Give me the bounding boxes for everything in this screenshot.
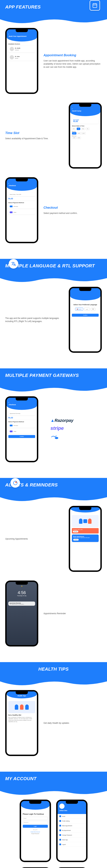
lang-option[interactable]: 🇬🇧 English <box>75 308 83 311</box>
translate-icon <box>9 259 18 269</box>
feature-desc: Select payment method and confirm. <box>44 212 102 215</box>
sidebar-item-share[interactable]: Share App <box>58 837 86 842</box>
phone-mockup: Select Your Preferred Language 🇬🇧 Englis… <box>69 287 102 353</box>
visit-button[interactable]: visit now <box>73 531 78 532</box>
svg-point-5 <box>14 481 17 485</box>
section-header-payment: MULTIPLE PAYMENT GATEWAYS <box>0 368 107 382</box>
calendar-icon <box>89 0 100 10</box>
razorpay-logo: ▲Razorpay <box>50 418 74 423</box>
alert-banner: Available 24hrs+24hr visit now <box>72 528 99 533</box>
forgot-link[interactable]: Forgot Password <box>23 833 48 834</box>
email-field[interactable]: Email <box>23 817 48 820</box>
feature-row-health: Health Tips Eat a healthy diet Eat a com… <box>5 690 102 756</box>
section-header-account: MY ACCOUNT <box>0 772 107 786</box>
notification-item[interactable]: Appointment Reminder Your appointment is… <box>8 601 35 606</box>
svg-rect-0 <box>93 4 97 8</box>
sidebar-item-my[interactable]: My Appointment <box>58 828 86 833</box>
lang-option[interactable]: عربي <box>84 308 90 311</box>
sidebar-item-logout[interactable]: Logout <box>58 842 86 847</box>
phone-mockup: ‹Checkout David Carey • Tue 10:00 Rs.60 … <box>5 177 38 243</box>
sidebar-item-make[interactable]: Make Appointment <box>58 824 86 828</box>
feature-row-timeslot: ‹David Carey Specialist Rs.60 Select Dat… <box>5 102 102 168</box>
sidebar-item-profile[interactable]: Profile Setting <box>58 819 86 824</box>
feature-title: Time Slot <box>5 131 63 135</box>
phone-mockup: ‹David Carey Specialist Rs.60 Select Dat… <box>69 102 102 168</box>
phone-mockup: ‹Checkout Appointment Summary Rs.60 Sele… <box>5 396 38 462</box>
doctor-item[interactable]: Dr. JaneDentist <box>8 54 35 61</box>
feature-row-upcoming: Available 24hrs+24hr visit now Book Appo… <box>5 506 102 572</box>
bell-icon <box>10 478 20 488</box>
login-button[interactable]: Login <box>23 825 48 828</box>
feature-row-payment: ‹Checkout Appointment Summary Rs.60 Sele… <box>5 396 102 462</box>
feature-label: Upcoming Appointments <box>5 537 63 540</box>
feature-row-appointment: ‹Book Your Appointment Available Doctors… <box>5 28 102 94</box>
phone-mockup-login: Please Login To Continue Email Password … <box>20 800 51 862</box>
password-field[interactable]: Password <box>23 821 48 824</box>
confirm-button[interactable]: Confirm <box>72 314 99 317</box>
feature-desc: Get daily Health tip updates <box>44 721 102 724</box>
doctors-label: Available Doctors <box>8 43 35 45</box>
phone-mockup: ‹Book Your Appointment Available Doctors… <box>5 28 38 94</box>
signup-link[interactable]: Create New Account <box>23 831 48 832</box>
sidebar-item-home[interactable]: Home <box>58 814 86 819</box>
feature-desc: User can book appointment from mobile ap… <box>44 59 102 69</box>
feature-label: Appointments Reminder <box>44 612 102 615</box>
phone-mockup: 🔒 4:56 Thursday 29 July Appointment Remi… <box>5 581 38 647</box>
doctor-item[interactable]: Dr. SmithGeneral <box>8 45 35 53</box>
cash-icon <box>50 434 59 441</box>
feature-row-lang: The app and the admin panel supports mul… <box>5 287 102 353</box>
feature-row-reminder: 🔒 4:56 Thursday 29 July Appointment Remi… <box>5 581 102 647</box>
svg-point-6 <box>15 482 17 483</box>
wave-divider <box>0 14 107 25</box>
stripe-logo: stripe <box>50 426 64 431</box>
phone-mockup: Health Tips Eat a healthy diet Eat a com… <box>5 690 38 756</box>
phone-mockup-sidebar: Johan Deo Home Profile Setting Make Appo… <box>56 800 87 862</box>
feature-title: Appointment Booking <box>44 54 102 57</box>
phone-mockup-appointments: ‹My Appointments Ref. No #2 📅 29 Jul • 1… <box>20 867 51 868</box>
payment-option[interactable]: Razorpay <box>8 204 35 209</box>
payment-option[interactable]: Stripe <box>8 210 35 215</box>
feature-row-checkout: ‹Checkout David Carey • Tue 10:00 Rs.60 … <box>5 177 102 243</box>
lang-option[interactable]: हिंदी <box>91 308 95 311</box>
payment-option[interactable]: Razorpay <box>8 423 35 428</box>
section-header-health: HEALTH TIPS <box>0 662 107 676</box>
feature-desc: The app and the admin panel supports mul… <box>5 317 63 323</box>
avatar <box>59 804 64 809</box>
feature-title: Checkout <box>44 206 102 210</box>
payment-option[interactable]: Stripe <box>8 429 35 434</box>
sidebar-item-password[interactable]: Change Password <box>58 833 86 837</box>
svg-point-4 <box>55 437 58 439</box>
feature-desc: Select availability of Appointment Date … <box>5 137 63 140</box>
illustration <box>72 515 99 527</box>
health-illustration <box>8 701 35 713</box>
phone-mockup: Available 24hrs+24hr visit now Book Appo… <box>69 506 102 572</box>
phone-mockup-profile: Johan Deo Contact Number +1 234 567 Emai… <box>56 867 87 868</box>
